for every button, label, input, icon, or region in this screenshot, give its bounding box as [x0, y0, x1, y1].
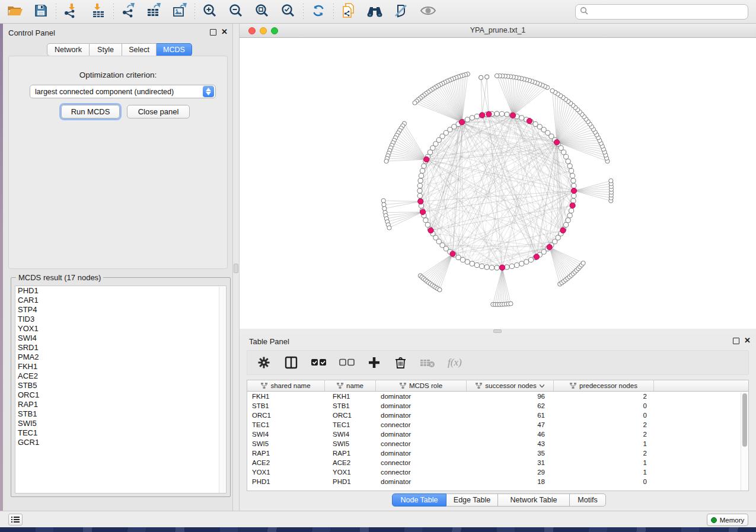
- network-node[interactable]: [563, 154, 568, 159]
- import-table-button[interactable]: [88, 2, 109, 21]
- mcds-result-item[interactable]: STP4: [15, 305, 226, 315]
- network-hub-node[interactable]: [570, 203, 575, 208]
- network-node[interactable]: [570, 174, 575, 178]
- table-row[interactable]: RAP1RAP1dominator352: [247, 448, 748, 458]
- create-column-button[interactable]: [368, 357, 380, 368]
- column-header-shared-name[interactable]: shared name: [247, 380, 325, 391]
- scrollbar-thumb[interactable]: [742, 393, 747, 447]
- vertical-splitter[interactable]: [233, 24, 240, 511]
- network-hub-node[interactable]: [450, 251, 455, 257]
- network-hub-node[interactable]: [534, 254, 539, 259]
- table-cell[interactable]: FKH1: [247, 392, 325, 401]
- float-panel-icon[interactable]: [733, 338, 739, 344]
- table-cell[interactable]: dominator: [376, 392, 467, 401]
- mcds-result-item[interactable]: TID3: [15, 315, 226, 324]
- close-panel-button[interactable]: Close panel: [127, 105, 190, 118]
- network-leaf-node[interactable]: [382, 203, 386, 207]
- network-hub-node[interactable]: [547, 244, 552, 249]
- network-node[interactable]: [417, 183, 422, 188]
- network-node[interactable]: [418, 178, 423, 183]
- tab-network-table[interactable]: Network Table: [498, 493, 570, 507]
- network-node[interactable]: [572, 183, 576, 188]
- network-node[interactable]: [519, 261, 524, 266]
- tab-style[interactable]: Style: [90, 43, 122, 56]
- network-node[interactable]: [460, 257, 465, 262]
- table-cell[interactable]: STB1: [325, 401, 376, 411]
- network-leaf-node[interactable]: [438, 288, 442, 292]
- network-node[interactable]: [519, 116, 524, 120]
- toggle-graphics-details-button[interactable]: [391, 2, 411, 21]
- network-node[interactable]: [572, 193, 576, 198]
- table-row[interactable]: ACE2ACE2connector311: [247, 458, 748, 467]
- mcds-result-item[interactable]: PHD1: [15, 286, 226, 296]
- table-cell[interactable]: SWI4: [325, 430, 376, 439]
- mcds-result-item[interactable]: YOX1: [15, 324, 226, 334]
- global-search-field[interactable]: [575, 4, 748, 20]
- network-leaf-node[interactable]: [413, 101, 417, 105]
- table-cell[interactable]: 0: [554, 401, 654, 411]
- network-node[interactable]: [470, 261, 474, 266]
- table-row[interactable]: TEC1TEC1connector472: [247, 420, 748, 430]
- network-node[interactable]: [505, 112, 509, 117]
- refresh-button[interactable]: [308, 2, 328, 21]
- network-hub-node[interactable]: [480, 113, 485, 118]
- close-panel-icon[interactable]: ✕: [221, 27, 228, 36]
- network-hub-node[interactable]: [527, 118, 532, 124]
- table-cell[interactable]: SWI5: [247, 439, 325, 448]
- table-cell[interactable]: 2: [554, 392, 654, 401]
- table-cell[interactable]: 47: [467, 420, 554, 430]
- network-leaf-node[interactable]: [495, 73, 499, 78]
- mcds-result-item[interactable]: ACE2: [15, 371, 226, 381]
- import-network-button[interactable]: [61, 2, 81, 21]
- table-cell[interactable]: 43: [467, 439, 554, 448]
- network-node[interactable]: [489, 265, 494, 270]
- export-image-button[interactable]: [170, 2, 190, 21]
- table-cell[interactable]: dominator: [376, 477, 467, 486]
- network-node[interactable]: [420, 168, 425, 173]
- table-row[interactable]: SWI4SWI4dominator462: [247, 430, 748, 439]
- table-cell[interactable]: dominator: [376, 411, 467, 420]
- horizontal-splitter[interactable]: [240, 329, 756, 334]
- network-hub-node[interactable]: [510, 113, 515, 118]
- network-leaf-node[interactable]: [485, 75, 489, 79]
- optimization-criterion-dropdown[interactable]: largest connected component (undirected): [30, 85, 216, 98]
- show-columns-button[interactable]: [285, 356, 298, 369]
- table-cell[interactable]: FKH1: [325, 392, 376, 401]
- list-scrollbar[interactable]: [219, 287, 225, 493]
- tab-motifs[interactable]: Motifs: [570, 493, 606, 507]
- zoom-fit-button[interactable]: [252, 2, 272, 21]
- mcds-result-list[interactable]: PHD1CAR1STP4TID3YOX1SWI4SRD1PMA2FKH1ACE2…: [15, 286, 227, 493]
- zoom-selected-button[interactable]: [278, 2, 298, 21]
- select-all-button[interactable]: [311, 358, 327, 367]
- float-panel-icon[interactable]: [210, 29, 216, 36]
- mcds-result-item[interactable]: STB1: [15, 409, 226, 419]
- network-leaf-node[interactable]: [509, 302, 513, 306]
- deselect-all-button[interactable]: [339, 358, 355, 367]
- table-row[interactable]: ORC1ORC1dominator610: [247, 411, 748, 420]
- network-node[interactable]: [470, 116, 474, 120]
- mcds-result-item[interactable]: TEC1: [15, 428, 226, 438]
- table-cell[interactable]: SWI5: [325, 439, 376, 448]
- network-node[interactable]: [569, 168, 573, 173]
- table-cell[interactable]: dominator: [376, 401, 467, 411]
- memory-button[interactable]: Memory: [707, 514, 748, 526]
- network-node[interactable]: [425, 222, 430, 227]
- table-cell[interactable]: connector: [376, 467, 467, 477]
- network-leaf-node[interactable]: [550, 89, 554, 93]
- network-hub-node[interactable]: [554, 140, 559, 145]
- network-node[interactable]: [569, 209, 573, 213]
- network-hub-node[interactable]: [424, 157, 429, 162]
- table-cell[interactable]: 96: [467, 392, 554, 401]
- table-cell[interactable]: 35: [467, 448, 554, 458]
- network-node[interactable]: [567, 213, 572, 218]
- table-cell[interactable]: 2: [554, 430, 654, 439]
- table-cell[interactable]: RAP1: [247, 448, 325, 458]
- run-mcds-button[interactable]: Run MCDS: [61, 105, 120, 118]
- column-header-predecessor-nodes[interactable]: predecessor nodes: [554, 380, 654, 391]
- network-node[interactable]: [524, 259, 529, 264]
- network-node[interactable]: [495, 111, 499, 116]
- table-cell[interactable]: PHD1: [247, 477, 325, 486]
- network-node[interactable]: [474, 262, 479, 267]
- table-cell[interactable]: STB1: [247, 401, 325, 411]
- table-cell[interactable]: 1: [554, 467, 654, 477]
